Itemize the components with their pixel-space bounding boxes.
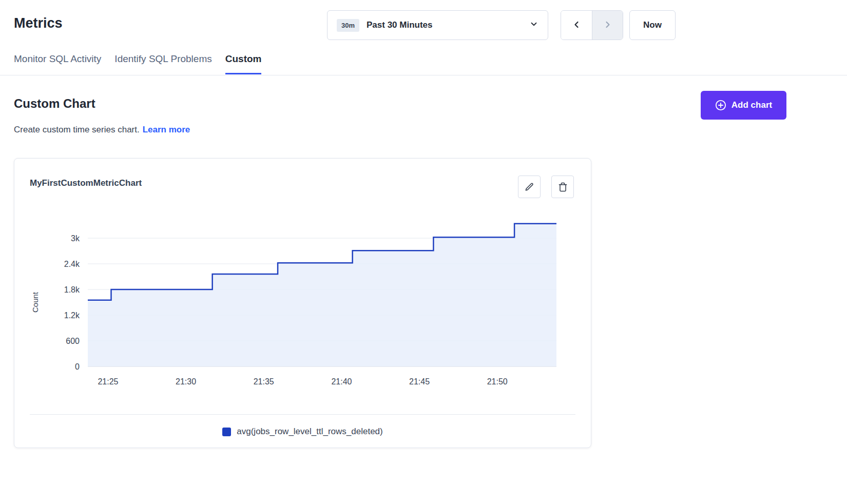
tabbar-divider [0, 75, 847, 75]
svg-text:21:35: 21:35 [254, 377, 274, 386]
tab-identify-sql-problems[interactable]: Identify SQL Problems [114, 53, 211, 74]
svg-text:21:30: 21:30 [176, 377, 196, 386]
custom-chart-card: MyFirstCustomMetricChart 06001.2k1.8k2.4… [14, 158, 591, 448]
svg-text:21:40: 21:40 [331, 377, 352, 386]
svg-text:1.8k: 1.8k [64, 285, 80, 294]
time-range-badge: 30m [337, 19, 359, 32]
page-title: Metrics [14, 15, 63, 31]
learn-more-link[interactable]: Learn more [143, 125, 190, 134]
svg-text:600: 600 [66, 337, 80, 345]
add-chart-label: Add chart [732, 100, 772, 110]
delete-chart-button[interactable] [551, 176, 574, 198]
svg-text:21:25: 21:25 [98, 377, 118, 386]
time-nav-group [561, 10, 623, 40]
time-prev-button[interactable] [561, 11, 592, 40]
plus-circle-icon [715, 100, 726, 111]
time-range-label: Past 30 Minutes [367, 20, 433, 30]
svg-text:21:45: 21:45 [409, 377, 430, 386]
time-range-select[interactable]: 30m Past 30 Minutes [327, 10, 548, 40]
card-divider [30, 414, 575, 415]
add-chart-button[interactable]: Add chart [701, 91, 786, 120]
svg-text:Count: Count [31, 292, 40, 313]
chevron-right-icon [603, 20, 613, 31]
section-description: Create custom time series chart.Learn mo… [14, 125, 190, 135]
section-heading: Custom Chart [14, 96, 95, 111]
legend-label: avg(jobs_row_level_ttl_rows_deleted) [237, 427, 382, 437]
svg-text:2.4k: 2.4k [64, 260, 80, 268]
chevron-left-icon [571, 20, 582, 31]
tabbar: Monitor SQL Activity Identify SQL Proble… [14, 53, 261, 74]
svg-text:3k: 3k [71, 234, 80, 243]
tab-custom[interactable]: Custom [225, 53, 262, 74]
legend-swatch [222, 428, 231, 436]
chart-legend: avg(jobs_row_level_ttl_rows_deleted) [14, 427, 591, 437]
tab-monitor-sql-activity[interactable]: Monitor SQL Activity [14, 53, 101, 74]
svg-text:0: 0 [75, 362, 80, 371]
time-next-button[interactable] [592, 11, 623, 40]
svg-text:1.2k: 1.2k [64, 311, 80, 320]
chart-card-title: MyFirstCustomMetricChart [30, 178, 142, 188]
edit-chart-button[interactable] [518, 176, 541, 198]
trash-icon [558, 182, 568, 192]
chart-svg[interactable]: 06001.2k1.8k2.4k3k21:2521:3021:3521:4021… [29, 210, 575, 391]
pencil-icon [525, 182, 534, 192]
svg-text:21:50: 21:50 [487, 377, 508, 386]
section-description-text: Create custom time series chart. [14, 125, 140, 134]
chevron-down-icon [529, 20, 538, 31]
now-button[interactable]: Now [629, 10, 676, 40]
